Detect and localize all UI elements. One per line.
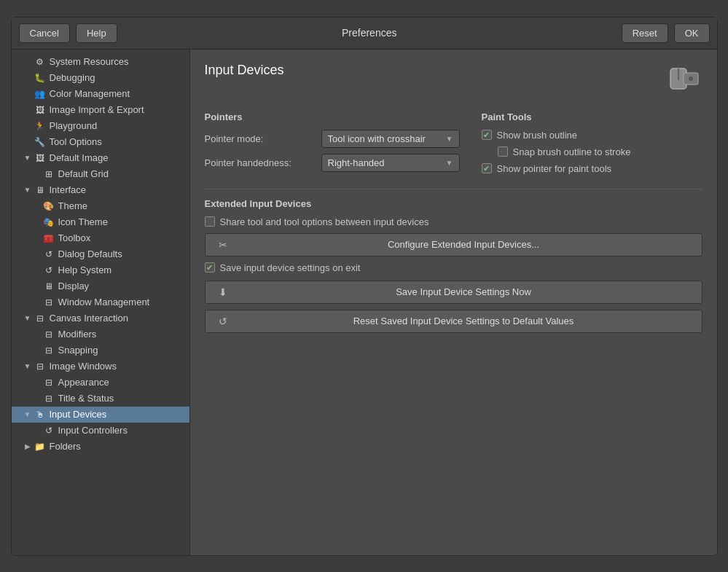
pointer-handedness-select[interactable]: Right-handed ▼ [321, 154, 460, 172]
toolbox-icon: 🧰 [42, 232, 55, 244]
sidebar-item-dialog-defaults[interactable]: ↺ Dialog Defaults [12, 246, 189, 262]
sidebar-item-snapping[interactable]: ⊟ Snapping [12, 342, 189, 359]
expand-icon [32, 394, 41, 402]
sidebar-item-color-management[interactable]: 👥 Color Management [12, 86, 189, 102]
configure-extended-button[interactable]: ✂ Configure Extended Input Devices... [205, 233, 702, 256]
sidebar-item-image-windows[interactable]: ▼ ⊟ Image Windows [12, 359, 189, 375]
sidebar-label: Debugging [50, 72, 95, 83]
save-on-exit-label: Save input device settings on exit [220, 262, 361, 273]
image-windows-icon: ⊟ [34, 361, 47, 372]
sidebar-item-toolbox[interactable]: 🧰 Toolbox [12, 230, 189, 246]
sidebar-label: Dialog Defaults [58, 248, 122, 259]
sidebar-item-input-controllers[interactable]: ↺ Input Controllers [12, 423, 189, 439]
snap-brush-outline-checkbox[interactable] [498, 146, 508, 157]
interface-icon: 🖥 [34, 184, 47, 196]
expand-icon [32, 298, 41, 306]
default-image-icon: 🖼 [34, 152, 47, 164]
sidebar-label: Help System [58, 265, 112, 275]
sidebar-label: Image Import & Export [50, 104, 144, 115]
appearance-icon: ⊟ [42, 377, 55, 388]
sidebar-item-playground[interactable]: 🏃 Playground [12, 118, 189, 134]
sidebar-item-interface[interactable]: ▼ 🖥 Interface [12, 182, 189, 198]
content-area: Input Devices Pointers Pointer [190, 50, 717, 555]
save-now-label: Save Input Device Settings Now [235, 286, 693, 297]
folders-icon: 📁 [34, 441, 47, 452]
sidebar-label: Modifiers [58, 329, 97, 340]
collapse-icon: ▼ [23, 362, 32, 370]
input-devices-icon: 🖱 [34, 409, 47, 420]
reset-btn-label: Reset Saved Input Device Settings to Def… [235, 316, 693, 326]
save-now-button[interactable]: ⬇ Save Input Device Settings Now [205, 281, 702, 304]
debugging-icon: 🐛 [34, 72, 47, 84]
snap-brush-outline-row: Snap brush outline to stroke [482, 146, 702, 157]
input-controllers-icon: ↺ [42, 425, 55, 436]
expand-icon [23, 138, 32, 146]
sidebar-item-image-import-export[interactable]: 🖼 Image Import & Export [12, 102, 189, 118]
expand-icon [32, 330, 41, 338]
expand-icon [32, 234, 41, 242]
sidebar-label: Default Image [50, 152, 109, 163]
snapping-icon: ⊟ [42, 345, 55, 356]
paint-tools-header: Paint Tools [482, 111, 702, 122]
share-tool-checkbox[interactable] [205, 216, 215, 227]
reset-saved-button[interactable]: ↺ Reset Saved Input Device Settings to D… [205, 310, 702, 333]
pointer-mode-label: Pointer mode: [205, 133, 321, 144]
icon-theme-icon: 🎭 [42, 216, 55, 228]
show-brush-outline-row: ✔ Show brush outline [482, 130, 702, 141]
sidebar-item-default-grid[interactable]: ⊞ Default Grid [12, 166, 189, 182]
expand-icon [32, 282, 41, 290]
cancel-button[interactable]: Cancel [19, 23, 70, 43]
titlebar: Cancel Help Preferences Reset OK [12, 17, 717, 50]
sidebar-label: Folders [50, 441, 81, 452]
sidebar-item-window-management[interactable]: ⊟ Window Management [12, 294, 189, 310]
configure-icon: ✂ [214, 239, 232, 251]
save-on-exit-checkbox[interactable]: ✔ [205, 262, 215, 273]
sidebar-label: System Resources [50, 56, 129, 67]
pointer-mode-row: Pointer mode: Tool icon with crosshair ▼ [205, 130, 460, 148]
pointer-handedness-row: Pointer handedness: Right-handed ▼ [205, 154, 460, 172]
modifiers-icon: ⊟ [42, 329, 55, 340]
svg-point-3 [689, 77, 693, 81]
sidebar-item-modifiers[interactable]: ⊟ Modifiers [12, 326, 189, 342]
sidebar-item-input-devices[interactable]: ▼ 🖱 Input Devices [12, 407, 189, 423]
sidebar-label: Color Management [50, 88, 130, 99]
sidebar-item-title-status[interactable]: ⊟ Title & Status [12, 391, 189, 407]
theme-icon: 🎨 [42, 200, 55, 212]
sidebar-item-debugging[interactable]: 🐛 Debugging [12, 70, 189, 86]
titlebar-right-buttons: Reset OK [622, 23, 710, 43]
show-pointer-checkbox[interactable]: ✔ [482, 163, 492, 173]
sidebar-item-display[interactable]: 🖥 Display [12, 278, 189, 294]
sidebar-item-theme[interactable]: 🎨 Theme [12, 198, 189, 214]
sidebar-label: Toolbox [58, 232, 91, 243]
sidebar-item-system-resources[interactable]: ⚙ System Resources [12, 54, 189, 70]
expand-icon [23, 58, 32, 66]
reset-button[interactable]: Reset [622, 23, 668, 43]
help-button[interactable]: Help [76, 23, 117, 43]
save-icon: ⬇ [214, 286, 232, 298]
expand-icon [23, 74, 32, 82]
main-content: ⚙ System Resources 🐛 Debugging 👥 Color M… [12, 50, 717, 555]
sidebar-item-tool-options[interactable]: 🔧 Tool Options [12, 134, 189, 150]
dropdown-arrow-icon: ▼ [446, 135, 453, 143]
show-brush-outline-checkbox[interactable]: ✔ [482, 130, 492, 140]
sidebar-label: Canvas Interaction [50, 313, 128, 324]
save-on-exit-row: ✔ Save input device settings on exit [205, 262, 702, 273]
pointer-mode-select[interactable]: Tool icon with crosshair ▼ [321, 130, 460, 148]
sidebar-item-folders[interactable]: ▶ 📁 Folders [12, 439, 189, 455]
expand-icon [32, 170, 41, 178]
sidebar-label: Window Management [58, 297, 150, 307]
expand-icon [23, 106, 32, 114]
sidebar: ⚙ System Resources 🐛 Debugging 👥 Color M… [12, 50, 190, 555]
snap-brush-outline-label: Snap brush outline to stroke [513, 146, 631, 157]
sidebar-label: Theme [58, 200, 87, 211]
sidebar-item-default-image[interactable]: ▼ 🖼 Default Image [12, 150, 189, 166]
sidebar-item-icon-theme[interactable]: 🎭 Icon Theme [12, 214, 189, 230]
sidebar-item-help-system[interactable]: ↺ Help System [12, 262, 189, 278]
pointers-section: Pointers Pointer mode: Tool icon with cr… [205, 111, 460, 178]
default-grid-icon: ⊞ [42, 168, 55, 180]
sidebar-item-appearance[interactable]: ⊟ Appearance [12, 375, 189, 391]
ok-button[interactable]: OK [674, 23, 710, 43]
title-status-icon: ⊟ [42, 393, 55, 404]
sidebar-item-canvas-interaction[interactable]: ▼ ⊟ Canvas Interaction [12, 310, 189, 326]
collapse-icon: ▼ [23, 186, 32, 194]
